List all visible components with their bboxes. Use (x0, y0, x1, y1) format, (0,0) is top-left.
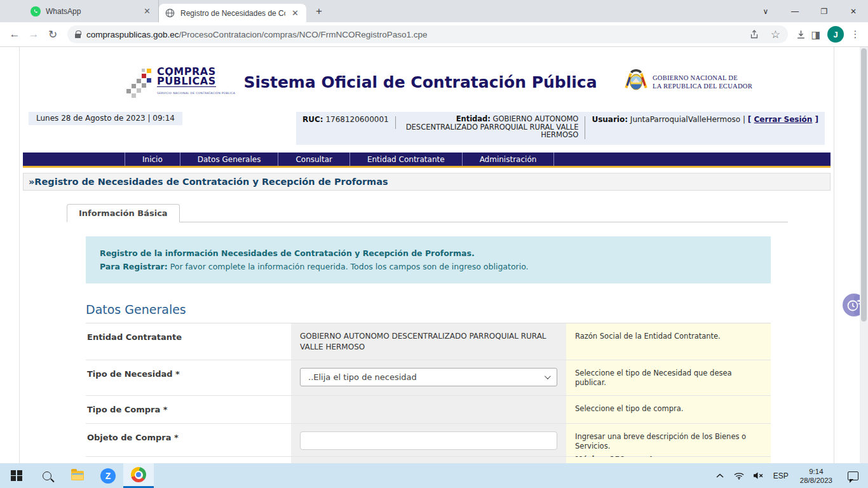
folder-icon (71, 471, 84, 480)
site-header: COMPRAS PÚBLICAS SERVICIO NACIONAL DE CO… (20, 56, 834, 108)
file-explorer-button[interactable] (62, 463, 93, 488)
field-help: Seleccione el tipo de compra. (566, 396, 771, 423)
lock-icon (75, 34, 81, 38)
tab-whatsapp[interactable]: WhatsApp ✕ (24, 0, 159, 22)
session-info-box: RUC: 1768120600001 Entidad: GOBIERNO AUT… (296, 112, 825, 145)
clock-date: 28/8/2023 (800, 476, 832, 485)
language-indicator[interactable]: ESP (770, 471, 792, 480)
screen: WhatsApp ✕ Registro de Necesidades de Co… (0, 0, 868, 488)
scrollbar-thumb[interactable] (861, 48, 867, 322)
table-row: Entidad Contratante GOBIERNO AUTONOMO DE… (86, 323, 771, 360)
chrome-taskbar-button[interactable] (123, 463, 154, 488)
form-table: Entidad Contratante GOBIERNO AUTONOMO DE… (86, 323, 771, 463)
logout-link[interactable]: [ Cerrar Sesión ] (748, 115, 818, 124)
field-help: El código de Necesidad de Contratación s… (566, 457, 771, 463)
site-wrapper: COMPRAS PÚBLICAS SERVICIO NACIONAL DE CO… (19, 47, 834, 463)
tipo-necesidad-select[interactable]: ..Elija el tipo de necesidad (300, 368, 557, 386)
reload-icon[interactable]: ↻ (43, 25, 62, 44)
tab-close-icon[interactable]: ✕ (290, 8, 300, 18)
nav-item-consultar[interactable]: Consultar (278, 152, 349, 166)
tab-close-icon[interactable]: ✕ (142, 6, 152, 16)
nav-item-inicio[interactable]: Inicio (125, 152, 180, 166)
ecuador-coat-of-arms-icon (625, 68, 648, 96)
profile-avatar[interactable]: J (827, 26, 844, 43)
table-row: Objeto de Compra * Ingresar una breve de… (86, 424, 771, 457)
window-minimize-button[interactable]: — (780, 0, 810, 22)
government-logo: GOBIERNO NACIONAL DE LA REPUBLICA DEL EC… (625, 68, 752, 96)
table-row: Tipo de Necesidad * ..Elija el tipo de n… (86, 360, 771, 396)
back-icon[interactable]: ← (5, 25, 24, 44)
nav-item-administracion[interactable]: Administración (462, 152, 555, 166)
clock-time: 9:14 (800, 467, 832, 476)
field-help: Seleccione el tipo de Necesidad que dese… (566, 360, 771, 395)
table-row: Tipo de Compra * Seleccione el tipo de c… (86, 396, 771, 424)
chrome-icon (131, 467, 146, 482)
bookmark-star-icon[interactable]: ☆ (771, 28, 780, 41)
start-button[interactable] (1, 463, 32, 488)
windows-logo-icon (11, 470, 22, 482)
nav-item-entidad-contratante[interactable]: Entidad Contratante (349, 152, 462, 166)
taskbar-clock[interactable]: 9:14 28/8/2023 (796, 467, 836, 485)
taskbar: Z ESP 9:14 28/8/2023 (0, 463, 868, 488)
gov-line1: GOBIERNO NACIONAL DE (653, 74, 752, 82)
field-label-objeto-compra: Objeto de Compra * (86, 424, 291, 456)
table-row: Código Necesidad de Contratación El códi… (86, 457, 771, 463)
globe-icon (165, 8, 175, 18)
session-bar: Lunes 28 de Agosto de 2023 | 09:14 RUC: … (29, 112, 825, 145)
url-bar[interactable]: compraspublicas.gob.ec/ProcesoContrataci… (67, 25, 788, 43)
field-value-entidad-contratante: GOBIERNO AUTONOMO DESCENTRALIZADO PARROQ… (291, 323, 566, 360)
volume-muted-icon[interactable] (750, 468, 766, 484)
search-icon (43, 471, 51, 480)
download-icon[interactable] (793, 27, 808, 42)
field-label-tipo-compra: Tipo de Compra * (86, 396, 291, 423)
action-center-icon[interactable] (845, 468, 860, 484)
field-value-tipo-compra (291, 396, 566, 423)
notice-line1: Registro de la información Necesidades d… (100, 248, 475, 258)
nav-item-datos-generales[interactable]: Datos Generales (180, 152, 278, 166)
system-title: Sistema Oficial de Contratación Pública (235, 73, 625, 92)
session-entity: Entidad: GOBIERNO AUTONOMO DESCENTRALIZA… (396, 115, 585, 139)
notice-line2-text: Por favor complete la información requer… (168, 262, 529, 271)
new-tab-button[interactable]: + (310, 3, 328, 20)
window-close-button[interactable]: ✕ (839, 0, 868, 22)
compras-publicas-logo: COMPRAS PÚBLICAS SERVICIO NACIONAL DE CO… (126, 66, 235, 98)
content-tabs: Información Básica (20, 204, 834, 222)
share-icon[interactable] (747, 27, 762, 42)
notice-line2-label: Para Registrar: (100, 262, 168, 271)
page-title-bar: »Registro de Necesidades de Contratación… (23, 173, 831, 191)
browser-toolbar: ← → ↻ compraspublicas.gob.ec/ProcesoCont… (0, 22, 868, 46)
gov-line2: LA REPUBLICA DEL ECUADOR (653, 82, 752, 90)
z-app-button[interactable]: Z (93, 463, 123, 488)
field-label-entidad-contratante: Entidad Contratante (86, 323, 291, 360)
tab-search-chevron-icon[interactable]: ∨ (751, 0, 780, 22)
logo-line2: PÚBLICAS (157, 76, 216, 87)
z-app-icon: Z (100, 468, 116, 484)
main-navigation: Inicio Datos Generales Consultar Entidad… (23, 152, 831, 166)
logo-tagline: SERVICIO NACIONAL DE CONTRATACIÓN PÚBLIC… (157, 88, 235, 98)
browser-menu-icon[interactable]: ⋮ (848, 27, 863, 42)
session-user: Usuario: JuntaParroquialValleHermoso | [… (585, 115, 818, 139)
side-panel-icon[interactable]: ◨ (808, 27, 824, 42)
tab-registro[interactable]: Registro de Necesidades de Cont ✕ (159, 4, 306, 22)
page-title: »Registro de Necesidades de Contratación… (29, 177, 388, 187)
system-tray: ESP 9:14 28/8/2023 (712, 463, 868, 488)
hidden-icons-chevron-icon[interactable] (712, 468, 728, 484)
tab-title: WhatsApp (46, 7, 137, 16)
field-label-tipo-necesidad: Tipo de Necesidad * (86, 360, 291, 395)
section-title: Datos Generales (86, 302, 771, 323)
forward-icon[interactable]: → (24, 25, 43, 44)
objeto-compra-input[interactable] (300, 431, 557, 450)
page-scrollbar[interactable] (860, 47, 868, 463)
wifi-icon[interactable] (731, 468, 747, 484)
taskbar-search-button[interactable] (32, 463, 62, 488)
session-datetime: Lunes 28 de Agosto de 2023 | 09:14 (29, 112, 182, 125)
field-help: Ingresar una breve descripción de los Bi… (566, 424, 771, 456)
session-ruc: RUC: 1768120600001 (302, 115, 395, 139)
field-help: Razón Social de la Entidad Contratante. (566, 323, 771, 360)
tab-title: Registro de Necesidades de Cont (180, 9, 285, 18)
gold-divider (23, 166, 831, 168)
tab-informacion-basica[interactable]: Información Básica (67, 204, 180, 222)
window-restore-button[interactable]: ❐ (810, 0, 839, 22)
nav-spacer (23, 152, 125, 166)
browser-tabstrip: WhatsApp ✕ Registro de Necesidades de Co… (0, 0, 868, 22)
